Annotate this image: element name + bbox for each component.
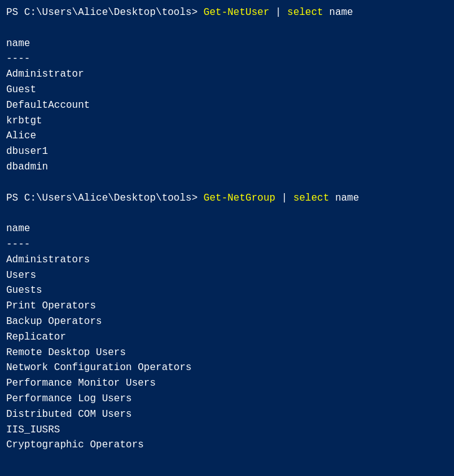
output2-row-12: Cryptographic Operators xyxy=(6,437,448,453)
output2-row-0: Administrators xyxy=(6,252,448,268)
output2-row-2: Guests xyxy=(6,283,448,298)
output2-row-11: IIS_IUSRS xyxy=(6,422,448,438)
output2-row-3: Print Operators xyxy=(6,298,448,314)
pipe-cmd-2: select xyxy=(293,191,329,206)
output1-header: name xyxy=(6,36,448,52)
prompt-path-1: PS C:\Users\Alice\Desktop\tools> xyxy=(6,5,197,21)
output1-row-0: Administrator xyxy=(6,67,448,82)
prompt-line-2: PS C:\Users\Alice\Desktop\tools> Get-Net… xyxy=(6,191,448,206)
output2-row-5: Replicator xyxy=(6,330,448,345)
arg-1: name xyxy=(329,5,353,21)
output1-row-6: dbadmin xyxy=(6,159,448,175)
output2-separator: ---- xyxy=(6,237,448,252)
command-2: Get-NetGroup xyxy=(204,191,275,206)
blank-2 xyxy=(6,175,448,191)
blank-1 xyxy=(6,21,448,36)
terminal-window: PS C:\Users\Alice\Desktop\tools> Get-Net… xyxy=(0,0,454,476)
output1-row-3: krbtgt xyxy=(6,113,448,129)
output2-row-1: Users xyxy=(6,268,448,283)
blank-3 xyxy=(6,206,448,221)
output1-row-1: Guest xyxy=(6,82,448,98)
output2-header: name xyxy=(6,221,448,237)
output2-row-6: Remote Desktop Users xyxy=(6,345,448,361)
output2-row-9: Performance Log Users xyxy=(6,391,448,407)
output1-row-2: DefaultAccount xyxy=(6,98,448,113)
output1-row-5: dbuser1 xyxy=(6,144,448,159)
output1-row-4: Alice xyxy=(6,128,448,144)
arg-2: name xyxy=(335,191,359,206)
output1-separator: ---- xyxy=(6,51,448,67)
prompt-path-2: PS C:\Users\Alice\Desktop\tools> xyxy=(6,191,197,206)
pipe-2: | xyxy=(281,191,288,206)
command-1: Get-NetUser xyxy=(204,5,270,21)
output2-row-4: Backup Operators xyxy=(6,314,448,330)
output2-row-7: Network Configuration Operators xyxy=(6,360,448,376)
output2-row-10: Distributed COM Users xyxy=(6,407,448,422)
pipe-1: | xyxy=(275,5,281,21)
output2-row-8: Performance Monitor Users xyxy=(6,376,448,391)
prompt-line-1: PS C:\Users\Alice\Desktop\tools> Get-Net… xyxy=(6,5,448,21)
pipe-cmd-1: select xyxy=(287,5,323,21)
